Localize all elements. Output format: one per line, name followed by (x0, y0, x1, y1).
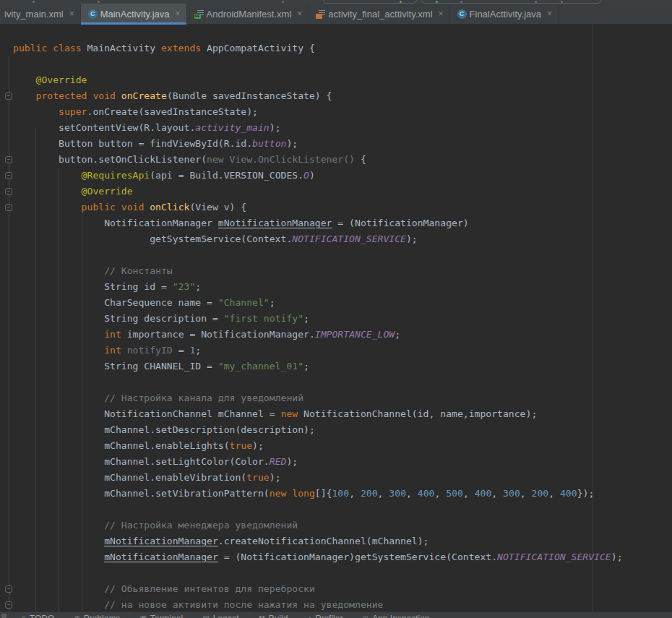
code-line: int notifyID = 1; (13, 343, 623, 359)
code-line: @Override (13, 184, 623, 199)
code-line: mNotificationManager = (NotificationMana… (13, 549, 623, 565)
fold-marker-icon[interactable]: − (5, 156, 12, 163)
tool-window-label: Profiler (315, 614, 343, 618)
run-actions-group[interactable] (421, 0, 601, 4)
toolbar-button-dot (460, 1, 462, 3)
code-line: setContentView(R.layout.activity_main); (13, 120, 623, 136)
code-line: mChannel.enableLights(true); (13, 438, 623, 454)
tool-window-label: Terminal (150, 614, 183, 618)
code-line: getSystemService(Context.NOTIFICATION_SE… (13, 231, 623, 247)
code-line: button.setOnClickListener(new View.OnCli… (13, 152, 623, 168)
code-line: NotificationManager mNotificationManager… (13, 215, 623, 231)
tool-window-label: App Inspection (372, 614, 429, 618)
fold-marker-icon[interactable]: − (5, 172, 12, 179)
editor-tab-bar: ivity_main.xml × C MainActivity.java × M… (0, 4, 672, 25)
layout-file-icon (316, 9, 325, 19)
tool-window-label: Logcat (213, 614, 239, 618)
tab-mainactivity-java[interactable]: C MainActivity.java × (81, 4, 187, 24)
toolbar-button-dot (98, 1, 100, 3)
fold-marker-icon[interactable]: − (5, 601, 12, 609)
tab-activity-main-xml[interactable]: ivity_main.xml × (0, 4, 81, 24)
code-line: // Настройка менеджера уведомлений (13, 518, 623, 533)
code-line (13, 502, 623, 518)
code-line: @RequiresApi(api = Build.VERSION_CODES.O… (13, 168, 623, 184)
code-line: mNotificationManager.createNotificationC… (13, 533, 623, 549)
close-icon[interactable]: × (69, 9, 74, 18)
tool-window-button-profiler[interactable]: ◔Profiler (307, 614, 343, 618)
tool-window-button-build[interactable]: ⚒Build (259, 614, 288, 618)
build-icon: ⚒ (259, 614, 265, 618)
code-line: mChannel.setVibrationPattern(new long[]{… (13, 486, 623, 502)
code-line: mChannel.setDescription(description); (13, 422, 623, 438)
code-line: String id = "23"; (13, 279, 623, 295)
close-icon[interactable]: × (547, 9, 552, 18)
manifest-file-icon: MF (194, 9, 204, 19)
close-icon[interactable]: × (297, 9, 302, 18)
code-line (13, 247, 623, 263)
tab-label: FinalActtivity.java (470, 9, 541, 20)
active-tab-underline (81, 22, 186, 25)
java-class-icon: C (457, 9, 467, 19)
toolbar-button-dot (33, 1, 35, 3)
code-line: Button button = findViewById(R.id.button… (13, 136, 623, 152)
tab-finalacttivity-java[interactable]: C FinalActtivity.java × (450, 4, 559, 24)
code-line (13, 374, 623, 390)
code-line: CharSequence name = "Channel"; (13, 295, 623, 311)
terminal-icon: ▣ (139, 614, 146, 618)
code-line: mChannel.setLightColor(Color.RED); (13, 454, 623, 470)
code-line: public void onClick(View v) { (13, 199, 623, 215)
tool-window-bar: ≡TODO⊕Problems▣Terminal▤Logcat⚒Build◔Pro… (0, 611, 672, 618)
toolbar-button-dot (282, 1, 284, 3)
tab-label: AndroidManifest.xml (207, 9, 292, 20)
fold-marker-icon[interactable]: − (5, 188, 12, 195)
code-line: mChannel.enableVibration(true); (13, 470, 623, 486)
gutter-fold-line (9, 56, 9, 618)
code-line: protected void onCreate(Bundle savedInst… (13, 88, 623, 104)
close-icon[interactable]: × (439, 9, 444, 18)
code-line: // Константы (13, 263, 623, 279)
run-button-dot (400, 1, 402, 3)
tool-window-stripe-icon[interactable] (1, 614, 7, 618)
tool-window-button-logcat[interactable]: ▤Logcat (202, 614, 238, 618)
java-class-icon: C (88, 9, 98, 19)
fold-marker-icon[interactable]: − (5, 93, 12, 100)
tab-label: ivity_main.xml (4, 9, 64, 20)
code-line (13, 565, 623, 581)
tool-window-button-app-inspection[interactable]: ◎App Inspection (362, 614, 429, 618)
close-icon[interactable]: × (175, 9, 180, 18)
code-text: public class MainActivity extends AppCom… (13, 40, 623, 613)
code-line: // Настройка канала для уведомлений (13, 390, 623, 406)
fold-marker-icon[interactable]: − (5, 585, 12, 593)
logcat-icon: ▤ (202, 614, 209, 618)
toolbar-button-dot (561, 1, 563, 3)
toolbar-button-dot (535, 1, 537, 3)
fold-marker-icon[interactable]: − (5, 204, 12, 211)
tab-label: MainActivity.java (100, 9, 170, 20)
run-button-dot (436, 1, 438, 3)
tab-label: activity_final_acttivity.xml (328, 9, 432, 20)
tool-window-button-terminal[interactable]: ▣Terminal (139, 614, 183, 618)
code-line: // Обьявление интентов для переброски (13, 581, 623, 597)
code-line: NotificationChannel mChannel = new Notif… (13, 406, 623, 422)
code-line (13, 56, 623, 72)
tool-window-label: Problems (84, 614, 121, 618)
code-line: public class MainActivity extends AppCom… (13, 40, 623, 56)
code-line: @Override (13, 72, 623, 88)
code-line: String CHANNEL_ID = "my_channel_01"; (13, 359, 623, 374)
problems-icon: ⊕ (74, 614, 79, 618)
tool-window-button-todo[interactable]: ≡TODO (22, 614, 54, 618)
main-toolbar (0, 0, 672, 4)
profiler-icon: ◔ (307, 614, 311, 618)
todo-icon: ≡ (22, 614, 26, 618)
tool-window-button-problems[interactable]: ⊕Problems (74, 614, 120, 618)
tool-window-label: Build (269, 614, 288, 618)
run-configuration-group[interactable] (323, 0, 417, 4)
code-line: super.onCreate(savedInstanceState); (13, 104, 623, 120)
app-inspection-icon: ◎ (362, 614, 369, 618)
tab-activity-final-acttivity-xml[interactable]: activity_final_acttivity.xml × (309, 4, 449, 24)
tab-androidmanifest-xml[interactable]: MF AndroidManifest.xml × (187, 4, 309, 24)
code-line: // на новое активити после нажатия на ув… (13, 597, 623, 613)
code-editor[interactable]: public class MainActivity extends AppCom… (0, 25, 672, 618)
code-line: String description = "first notify"; (13, 311, 623, 327)
code-line: int importance = NotificationManager.IMP… (13, 327, 623, 343)
